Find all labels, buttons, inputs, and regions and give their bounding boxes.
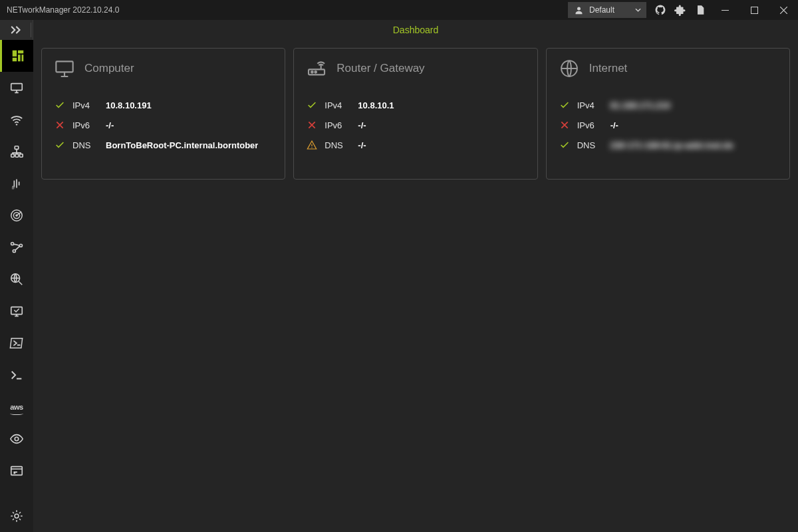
card-internet-title: Internet [589, 62, 628, 75]
computer-ipv6-value: -/- [106, 120, 114, 130]
router-ipv6-value: -/- [358, 120, 366, 130]
github-button[interactable] [650, 0, 670, 20]
docs-button[interactable] [690, 0, 710, 20]
router-dns-row: DNS -/- [306, 135, 525, 155]
router-ipv6-row: IPv6 -/- [306, 115, 525, 135]
internet-ipv4-row: IPv4 81.169.171.210 [559, 95, 777, 115]
svg-point-29 [315, 71, 317, 73]
window-close-button[interactable] [769, 0, 798, 20]
svg-point-0 [577, 7, 581, 10]
terminal-icon [9, 368, 24, 382]
powershell-icon [9, 336, 24, 350]
svg-point-18 [11, 242, 14, 245]
chevron-down-icon [635, 8, 641, 12]
check-icon [54, 140, 66, 150]
sidebar-item-ip-scanner[interactable] [0, 136, 33, 168]
svg-point-9 [16, 124, 17, 125]
internet-dns-value: 230-171-169-81.ip-addr.inet.de [610, 140, 733, 150]
sidebar-item-aws[interactable]: aws [0, 391, 33, 423]
traceroute-icon [9, 240, 24, 255]
computer-ipv4-value: 10.8.10.191 [106, 100, 152, 110]
svg-rect-7 [12, 58, 16, 62]
network-interface-icon [9, 80, 24, 95]
svg-rect-8 [11, 84, 23, 90]
router-icon [306, 58, 327, 79]
aws-icon: aws [10, 403, 23, 411]
internet-ipv4-value: 81.169.171.210 [610, 100, 670, 110]
svg-rect-2 [751, 7, 757, 13]
user-icon [573, 5, 584, 15]
warning-icon [306, 140, 318, 150]
svg-point-25 [15, 514, 19, 518]
check-icon [306, 100, 318, 110]
dashboard-content: Computer IPv4 10.8.10.191 IPv6 -/- DNS B… [33, 40, 798, 532]
sidebar-item-dns-lookup[interactable] [0, 263, 33, 295]
sidebar-item-powershell[interactable] [0, 327, 33, 359]
cross-icon [559, 120, 571, 130]
sidebar-item-network-interface[interactable] [0, 72, 33, 104]
tab-title: Dashboard [393, 25, 439, 35]
card-computer: Computer IPv4 10.8.10.191 IPv6 -/- DNS B… [41, 48, 285, 180]
svg-rect-12 [15, 154, 19, 158]
svg-point-30 [312, 147, 313, 148]
router-dns-value: -/- [358, 140, 366, 150]
computer-dns-row: DNS BornToBeRoot-PC.internal.borntober [54, 135, 273, 155]
sidebar-item-remote-desktop[interactable] [0, 295, 33, 327]
check-icon [559, 140, 571, 150]
profile-label: Default [589, 5, 630, 15]
window-minimize-button[interactable] [710, 0, 739, 20]
sidebar-item-web-console[interactable] [0, 455, 33, 487]
gear-icon [9, 509, 24, 523]
card-router: Router / Gateway IPv4 10.8.10.1 IPv6 -/-… [293, 48, 537, 180]
svg-text:#: # [12, 185, 15, 191]
titlebar: NETworkManager 2022.10.24.0 Default [0, 0, 798, 20]
internet-ipv6-row: IPv6 -/- [559, 115, 777, 135]
svg-rect-24 [11, 467, 23, 475]
svg-point-23 [15, 437, 19, 441]
sidebar-expand-button[interactable] [0, 20, 33, 40]
sidebar-item-port-scanner[interactable]: # [0, 168, 33, 200]
internet-dns-row: DNS 230-171-169-81.ip-addr.inet.de [559, 135, 777, 155]
sidebar-item-wifi[interactable] [0, 104, 33, 136]
internet-ipv6-value: -/- [610, 120, 618, 130]
eye-icon [9, 432, 24, 446]
svg-rect-3 [12, 51, 16, 57]
window-maximize-button[interactable] [739, 0, 769, 20]
radar-icon [9, 208, 24, 223]
svg-rect-4 [18, 51, 23, 54]
svg-rect-26 [56, 61, 72, 72]
svg-rect-11 [11, 154, 15, 158]
router-ipv4-value: 10.8.10.1 [358, 100, 394, 110]
computer-ipv6-row: IPv6 -/- [54, 115, 273, 135]
svg-rect-5 [18, 55, 21, 61]
check-icon [559, 100, 571, 110]
card-router-title: Router / Gateway [336, 62, 424, 75]
router-ipv4-row: IPv4 10.8.10.1 [306, 95, 525, 115]
tabbar: Dashboard [33, 20, 798, 40]
svg-point-28 [311, 71, 313, 73]
computer-icon [54, 58, 75, 79]
sidebar-item-putty[interactable] [0, 359, 33, 391]
sidebar: # aws [0, 40, 33, 532]
cross-icon [306, 120, 318, 130]
card-computer-title: Computer [84, 62, 134, 75]
cross-icon [54, 120, 66, 130]
extensions-button[interactable] [670, 0, 690, 20]
sidebar-item-dashboard[interactable] [0, 40, 33, 72]
divider [31, 23, 31, 37]
sidebar-item-traceroute[interactable] [0, 231, 33, 263]
sidebar-item-tightvnc[interactable] [0, 423, 33, 455]
search-globe-icon [9, 272, 24, 287]
svg-rect-6 [21, 55, 23, 61]
port-scanner-icon: # [9, 176, 24, 191]
sidebar-item-ping-monitor[interactable] [0, 200, 33, 231]
remote-desktop-icon [9, 304, 24, 319]
svg-rect-1 [722, 10, 729, 11]
app-title: NETworkManager 2022.10.24.0 [7, 5, 119, 15]
ip-scanner-icon [9, 144, 24, 159]
check-icon [54, 100, 66, 110]
sidebar-item-settings[interactable] [0, 500, 33, 532]
profile-dropdown[interactable]: Default [568, 2, 646, 18]
card-internet: Internet IPv4 81.169.171.210 IPv6 -/- DN… [546, 48, 790, 180]
globe-icon [559, 58, 580, 79]
